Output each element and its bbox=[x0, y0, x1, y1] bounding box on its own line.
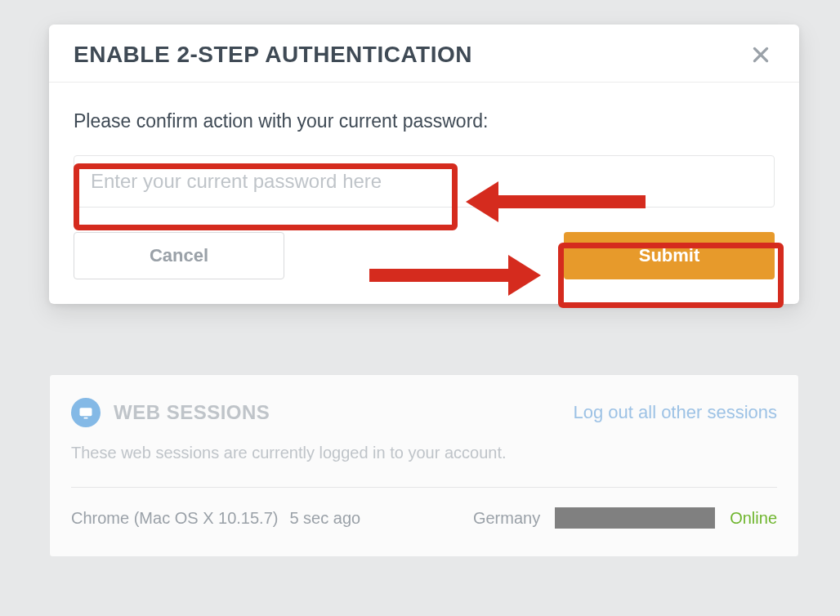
session-client: Chrome (Mac OS X 10.15.7) bbox=[71, 509, 278, 528]
web-sessions-description: These web sessions are currently logged … bbox=[71, 444, 777, 462]
session-when: 5 sec ago bbox=[289, 509, 360, 528]
sessions-icon bbox=[71, 398, 101, 427]
svg-rect-3 bbox=[84, 417, 88, 419]
enable-2fa-modal: ENABLE 2-STEP AUTHENTICATION Please conf… bbox=[49, 25, 799, 304]
web-sessions-panel: WEB SESSIONS Log out all other sessions … bbox=[49, 374, 799, 557]
modal-body: Please confirm action with your current … bbox=[49, 83, 799, 304]
web-sessions-header: WEB SESSIONS Log out all other sessions bbox=[71, 398, 777, 427]
submit-button[interactable]: Submit bbox=[564, 232, 775, 279]
modal-button-row: Cancel Submit bbox=[74, 232, 775, 279]
svg-rect-2 bbox=[80, 408, 92, 416]
modal-title: ENABLE 2-STEP AUTHENTICATION bbox=[74, 42, 472, 68]
session-ip-redacted bbox=[555, 507, 715, 529]
cancel-button[interactable]: Cancel bbox=[74, 232, 284, 279]
current-password-input[interactable] bbox=[74, 155, 775, 208]
close-icon[interactable] bbox=[747, 41, 775, 69]
confirm-prompt: Please confirm action with your current … bbox=[74, 110, 775, 132]
session-location: Germany bbox=[473, 509, 540, 528]
logout-all-sessions-link[interactable]: Log out all other sessions bbox=[574, 402, 778, 423]
web-sessions-title: WEB SESSIONS bbox=[114, 401, 270, 424]
session-status: Online bbox=[730, 509, 777, 528]
session-row: Chrome (Mac OS X 10.15.7) 5 sec ago Germ… bbox=[71, 487, 777, 553]
modal-header: ENABLE 2-STEP AUTHENTICATION bbox=[49, 25, 799, 83]
